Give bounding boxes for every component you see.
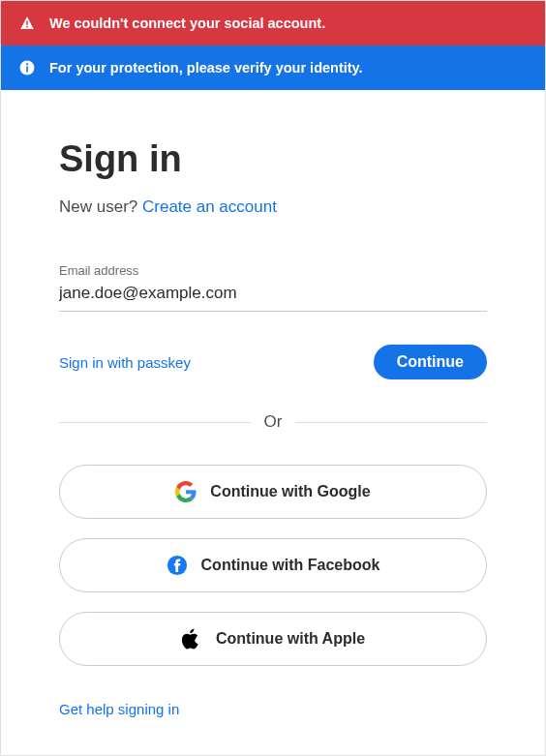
create-account-link[interactable]: Create an account xyxy=(142,197,277,216)
facebook-icon xyxy=(167,555,188,576)
email-label: Email address xyxy=(59,263,487,278)
svg-rect-0 xyxy=(26,20,28,25)
actions-row: Sign in with passkey Continue xyxy=(59,345,487,379)
continue-button[interactable]: Continue xyxy=(374,345,487,379)
page-title: Sign in xyxy=(59,138,487,180)
continue-apple-button[interactable]: Continue with Apple xyxy=(59,612,487,666)
svg-rect-1 xyxy=(26,26,28,28)
email-input[interactable] xyxy=(59,282,487,312)
continue-facebook-button[interactable]: Continue with Facebook xyxy=(59,538,487,592)
continue-google-button[interactable]: Continue with Google xyxy=(59,465,487,519)
main-panel: Sign in New user? Create an account Emai… xyxy=(1,90,545,738)
continue-google-label: Continue with Google xyxy=(210,483,370,500)
divider-line-right xyxy=(295,422,487,423)
continue-apple-label: Continue with Apple xyxy=(216,630,365,648)
alert-info-banner: For your protection, please verify your … xyxy=(1,45,545,90)
alert-error-text: We couldn't connect your social account. xyxy=(49,15,325,31)
divider: Or xyxy=(59,412,487,432)
divider-line-left xyxy=(59,422,251,423)
signin-passkey-link[interactable]: Sign in with passkey xyxy=(59,354,191,371)
divider-text: Or xyxy=(264,412,283,432)
help-signing-in-link[interactable]: Get help signing in xyxy=(59,701,179,717)
svg-rect-3 xyxy=(26,67,28,73)
alert-error-banner: We couldn't connect your social account. xyxy=(1,1,545,45)
alert-info-text: For your protection, please verify your … xyxy=(49,60,363,76)
new-user-row: New user? Create an account xyxy=(59,197,487,217)
warning-icon xyxy=(18,15,36,32)
continue-facebook-label: Continue with Facebook xyxy=(201,557,380,574)
google-icon xyxy=(175,481,197,502)
apple-icon xyxy=(181,628,202,650)
svg-point-4 xyxy=(26,63,28,65)
new-user-prefix: New user? xyxy=(59,197,142,216)
email-field-group: Email address xyxy=(59,263,487,312)
info-icon xyxy=(18,59,36,76)
